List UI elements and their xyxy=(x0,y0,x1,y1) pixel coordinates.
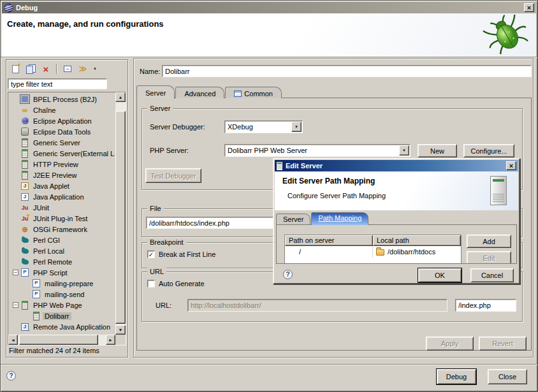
tree-vertical-scrollbar[interactable]: ▲ ▼ xyxy=(115,92,126,335)
tab-advanced[interactable]: Advanced xyxy=(175,87,224,98)
configure-server-button[interactable]: Configure... xyxy=(463,144,514,157)
filter-configurations-icon[interactable]: ≫ xyxy=(76,62,90,75)
dialog-help-icon[interactable]: ? xyxy=(283,270,293,279)
duplicate-configuration-icon[interactable] xyxy=(24,62,38,75)
add-mapping-button[interactable]: Add xyxy=(467,235,511,248)
collapse-all-icon[interactable]: − xyxy=(61,62,75,75)
dialog-tab-path-mapping[interactable]: Path Mapping xyxy=(311,212,368,225)
osgi-target-icon xyxy=(20,225,29,233)
tree-item-http-preview[interactable]: −HTTP Preview xyxy=(9,159,115,170)
column-path-on-server[interactable]: Path on server xyxy=(285,235,373,246)
debug-button[interactable]: Debug xyxy=(437,369,476,384)
tree-item-generic-server-external-la[interactable]: −Generic Server(External La xyxy=(9,148,115,159)
java-applet-icon xyxy=(20,182,29,190)
window-title: Debug xyxy=(16,4,38,11)
revert-button[interactable]: Revert xyxy=(479,337,527,351)
window-titlebar[interactable]: Debug × xyxy=(2,2,536,13)
tree-item-generic-server[interactable]: −Generic Server xyxy=(9,137,115,148)
column-local-path[interactable]: Local path xyxy=(373,235,461,246)
collapse-expander-icon[interactable]: − xyxy=(13,302,18,308)
tree-item-label: Perl Local xyxy=(31,247,66,255)
test-debugger-button[interactable]: Test Debugger xyxy=(145,168,201,183)
dialog-heading: Edit Server Path Mapping xyxy=(282,177,375,185)
edit-mapping-button[interactable]: Edit xyxy=(467,251,511,264)
dialog-tab-server[interactable]: Server xyxy=(276,214,310,224)
dropdown-arrow-icon[interactable]: ▼ xyxy=(399,145,409,156)
apply-button[interactable]: Apply xyxy=(426,337,474,351)
configurations-tree: −BPEL Process (B2J)−Chaîne−Eclipse Appli… xyxy=(8,92,126,345)
help-icon[interactable]: ? xyxy=(6,371,16,381)
window-close-icon[interactable]: × xyxy=(524,3,534,12)
tree-item-junit-plug-in-test[interactable]: −JUnit Plug-in Test xyxy=(9,213,115,224)
tree-item-php-script[interactable]: −PHP Script xyxy=(9,267,115,278)
close-button[interactable]: Close xyxy=(488,369,527,384)
tree-item-osgi-framework[interactable]: −OSGi Framework xyxy=(9,224,115,235)
cancel-button[interactable]: Cancel xyxy=(470,268,514,282)
tree-item-perl-cgi[interactable]: −Perl CGI xyxy=(9,235,115,245)
tree-item-label: Java Applet xyxy=(31,182,71,190)
new-configuration-icon[interactable] xyxy=(8,62,22,75)
tree-item-perl-local[interactable]: −Perl Local xyxy=(9,245,115,256)
tree-item-remote-java-application[interactable]: −Remote Java Application xyxy=(9,321,115,332)
auto-generate-checkbox[interactable] xyxy=(147,280,155,287)
php-file-icon xyxy=(32,279,41,287)
debug-bug-icon xyxy=(483,15,530,55)
filter-input[interactable] xyxy=(8,78,107,89)
tree-item-mailing-send[interactable]: −mailing-send xyxy=(9,289,115,300)
server-icon xyxy=(20,171,29,179)
footer-separator xyxy=(1,364,537,365)
tree-item-java-applet[interactable]: −Java Applet xyxy=(9,180,115,191)
server-icon xyxy=(20,149,29,157)
url-path-input[interactable] xyxy=(455,299,516,312)
path-on-server-cell: / xyxy=(285,246,373,258)
tree-item-cha-ne[interactable]: −Chaîne xyxy=(9,105,115,115)
tree-item-label: OSGi Framework xyxy=(31,226,89,233)
server-debugger-select[interactable]: XDebug ▼ xyxy=(224,120,303,133)
config-tabs: Server Advanced Common xyxy=(136,85,282,98)
tree-item-j2ee-preview[interactable]: −J2EE Preview xyxy=(9,170,115,180)
scroll-left-icon[interactable]: ◄ xyxy=(8,335,18,345)
new-server-button[interactable]: New xyxy=(418,144,457,157)
tab-server[interactable]: Server xyxy=(136,85,175,99)
filter-menu-dropdown-icon[interactable]: ▼ xyxy=(91,62,99,75)
dropdown-arrow-icon[interactable]: ▼ xyxy=(291,122,302,132)
break-at-first-line-label: Break at First Line xyxy=(159,250,215,258)
tree-item-label: JUnit Plug-in Test xyxy=(31,215,89,222)
tree-item-java-application[interactable]: −Java Application xyxy=(9,191,115,202)
tree-item-php-web-page[interactable]: −PHP Web Page xyxy=(9,300,115,310)
name-input[interactable] xyxy=(162,65,532,77)
dialog-tabs: Server Path Mapping xyxy=(276,212,369,224)
collapse-expander-icon[interactable]: − xyxy=(13,270,18,275)
tab-common[interactable]: Common xyxy=(225,87,282,98)
tree-item-label: Remote Java Application xyxy=(31,323,112,331)
server-debugger-label: Server Debugger: xyxy=(150,123,205,131)
tree-item-label: HTTP Preview xyxy=(31,161,80,168)
vertical-scrollbar-thumb[interactable] xyxy=(115,111,126,324)
table-row[interactable]: / /dolibarr/htdocs xyxy=(285,246,461,258)
php-server-select[interactable]: Dolibarr PHP Web Server ▼ xyxy=(224,144,411,157)
scroll-down-icon[interactable]: ▼ xyxy=(115,325,126,335)
tree-item-eclipse-application[interactable]: −Eclipse Application xyxy=(9,115,115,126)
scroll-up-icon[interactable]: ▲ xyxy=(115,92,126,102)
tree-item-label: PHP Web Page xyxy=(31,301,84,309)
wizard-header-banner: Create, manage, and run configurations xyxy=(2,13,536,57)
dialog-close-icon[interactable]: × xyxy=(506,161,516,170)
scroll-right-icon[interactable]: ► xyxy=(106,335,115,345)
tree-item-bpel-process-b2j[interactable]: −BPEL Process (B2J) xyxy=(9,94,115,105)
break-at-first-line-checkbox[interactable] xyxy=(147,250,155,258)
auto-generate-label: Auto Generate xyxy=(159,280,205,287)
tree-item-dolibarr[interactable]: −Dolibarr xyxy=(9,310,115,321)
tree-item-eclipse-data-tools[interactable]: −Eclipse Data Tools xyxy=(9,126,115,137)
tree-item-label: Perl CGI xyxy=(31,236,62,244)
tree-item-junit[interactable]: −JUnit xyxy=(9,202,115,213)
tree-horizontal-scrollbar[interactable]: ◄ ► xyxy=(8,335,115,345)
dialog-titlebar[interactable]: Edit Server × xyxy=(275,160,518,171)
php-server-value: Dolibarr PHP Web Server xyxy=(228,147,307,154)
ok-button[interactable]: OK xyxy=(418,268,462,282)
base-url-input xyxy=(187,299,447,312)
tree-item-perl-remote[interactable]: −Perl Remote xyxy=(9,256,115,267)
horizontal-scrollbar-thumb[interactable] xyxy=(19,335,98,345)
tree-item-mailing-prepare[interactable]: −mailing-prepare xyxy=(9,278,115,289)
delete-configuration-icon[interactable]: × xyxy=(39,62,53,75)
tree-item-label: J2EE Preview xyxy=(31,171,78,179)
